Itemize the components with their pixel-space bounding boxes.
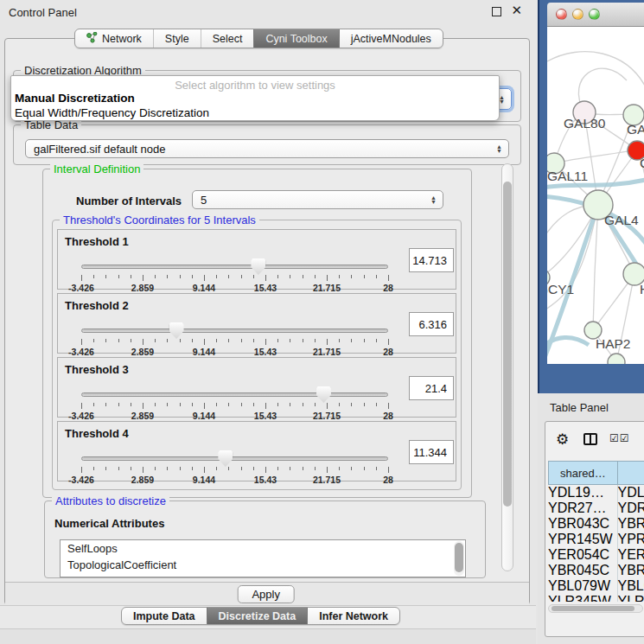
tick-mark <box>327 467 328 473</box>
zoom-traffic-light-icon[interactable] <box>589 9 600 20</box>
scrollbar-thumb[interactable] <box>503 182 512 507</box>
table-cell[interactable]: YDR2 <box>617 501 644 516</box>
tick-label: -3.426 <box>68 347 94 357</box>
float-window-icon[interactable] <box>492 7 501 16</box>
algorithm-option-manual-discretization[interactable]: Manual Discretization <box>11 92 499 106</box>
table-cell[interactable]: YBR043C <box>548 516 617 532</box>
table-cell[interactable]: YLR3 <box>617 594 644 602</box>
tab-label: Impute Data <box>133 610 195 622</box>
tab-discretize-data[interactable]: Discretize Data <box>207 608 308 624</box>
tick-mark <box>351 403 352 406</box>
split-view-icon[interactable] <box>583 433 597 445</box>
table-cell[interactable]: YPR145W <box>548 532 617 547</box>
slider-track[interactable] <box>81 328 388 333</box>
table-cell[interactable]: YDL1 <box>617 485 644 501</box>
scrollbar-thumb[interactable] <box>552 606 634 611</box>
slider-thumb[interactable] <box>218 450 233 467</box>
algorithm-placeholder-option[interactable]: Select algorithm to view settings <box>11 76 499 92</box>
threshold-slider[interactable]: -3.4262.8599.14415.4321.71528 <box>81 389 388 415</box>
tick-mark <box>167 403 168 406</box>
list-item[interactable]: BetweennessCentrality <box>61 573 465 577</box>
number-of-intervals-combobox[interactable]: 5 ▲▼ <box>192 190 443 209</box>
tab-jactivemnodules[interactable]: jActiveMNodules <box>339 29 443 48</box>
tick-mark <box>241 403 242 406</box>
tab-style[interactable]: Style <box>153 29 201 48</box>
network-node[interactable] <box>608 354 625 364</box>
slider-thumb[interactable] <box>316 386 331 403</box>
slider-track[interactable] <box>81 392 388 397</box>
network-view-window: GAL80GACGAL11GAL4GCY1HHAP2 <box>538 0 644 393</box>
table-row[interactable]: YDR27…YDR2 <box>548 501 644 516</box>
tick-mark <box>93 403 94 406</box>
table-cell[interactable]: YBL079W <box>548 578 617 594</box>
minimize-traffic-light-icon[interactable] <box>572 9 583 20</box>
table-cell[interactable]: YBR0 <box>617 516 644 532</box>
table-row[interactable]: YDL19…YDL1 <box>548 485 644 501</box>
tick-mark <box>364 339 365 342</box>
checkboxes-icon[interactable]: ☑☑ <box>609 432 630 444</box>
threshold-slider[interactable]: -3.4262.8599.14415.4321.71528 <box>81 325 388 351</box>
list-scrollbar[interactable] <box>454 541 464 576</box>
table-cell[interactable]: YER054C <box>548 547 617 563</box>
tab-bar: NetworkStyleSelectCyni ToolboxjActiveMNo… <box>74 29 443 48</box>
apply-button[interactable]: Apply <box>238 585 295 603</box>
table-row[interactable]: YBL079WYBL0 <box>548 578 644 594</box>
network-icon <box>86 32 98 46</box>
node-label: GAL11 <box>547 169 588 183</box>
tab-network[interactable]: Network <box>75 29 153 48</box>
threshold-slider[interactable]: -3.4262.8599.14415.4321.71528 <box>81 261 388 287</box>
close-icon[interactable]: ✕ <box>511 5 522 16</box>
tick-mark <box>105 403 106 406</box>
tab-select[interactable]: Select <box>201 29 254 48</box>
tick-mark <box>105 467 106 470</box>
table-row[interactable]: YBR043CYBR0 <box>548 516 644 532</box>
slider-track[interactable] <box>81 265 388 269</box>
tick-mark <box>155 467 156 470</box>
list-item[interactable]: TopologicalCoefficient <box>61 557 465 573</box>
tick-label: -3.426 <box>68 475 94 485</box>
slider-tick-labels: -3.4262.8599.14415.4321.71528 <box>81 411 388 421</box>
tab-impute-data[interactable]: Impute Data <box>122 608 207 624</box>
numerical-attributes-list[interactable]: SelfLoopsTopologicalCoefficientBetweenne… <box>60 539 466 577</box>
tab-cyni-toolbox[interactable]: Cyni Toolbox <box>253 29 338 48</box>
slider-thumb[interactable] <box>251 258 265 275</box>
table-row[interactable]: YER054CYER0 <box>548 547 644 563</box>
table-cell[interactable]: YDL19… <box>548 485 617 501</box>
table-cell[interactable]: YDR27… <box>548 501 617 516</box>
table-cell[interactable]: YLR345W <box>548 594 617 602</box>
network-window-titlebar[interactable] <box>547 3 644 27</box>
tick-mark <box>388 467 389 473</box>
tick-mark <box>327 403 328 409</box>
threshold-label: Threshold 4 <box>65 427 129 440</box>
network-canvas[interactable]: GAL80GACGAL11GAL4GCY1HHAP2 <box>547 27 644 364</box>
close-traffic-light-icon[interactable] <box>556 9 567 20</box>
table-row[interactable]: YBR045CYBR0 <box>548 563 644 578</box>
table-cell[interactable]: YER0 <box>617 547 644 563</box>
threshold-value-field[interactable]: 21.4 <box>409 376 454 400</box>
algorithm-option-equal-width-frequency-discretization[interactable]: Equal Width/Frequency Discretization <box>11 106 499 121</box>
threshold-value-field[interactable]: 11.344 <box>409 440 454 464</box>
table-data-combobox[interactable]: galFiltered.sif default node ▲▼ <box>25 139 509 158</box>
table-cell[interactable]: YPR1 <box>617 532 644 547</box>
slider-track[interactable] <box>81 456 388 461</box>
slider-thumb[interactable] <box>169 322 184 339</box>
tab-infer-network[interactable]: Infer Network <box>307 608 399 624</box>
list-item[interactable]: SelfLoops <box>61 540 465 557</box>
threshold-slider[interactable]: -3.4262.8599.14415.4321.71528 <box>81 453 388 479</box>
panel-scrollbar[interactable] <box>501 163 513 571</box>
tick-label: 28 <box>383 475 393 485</box>
table-cell[interactable]: YBR045C <box>548 563 617 578</box>
scrollbar-thumb[interactable] <box>455 543 463 572</box>
tick-label: 9.144 <box>193 475 215 485</box>
table-row[interactable]: YPR145WYPR1 <box>548 532 644 547</box>
gear-icon[interactable]: ⚙ <box>556 430 569 449</box>
table-cell[interactable]: YBR0 <box>617 563 644 578</box>
threshold-value-field[interactable]: 6.316 <box>409 312 454 336</box>
table-row[interactable]: YLR345WYLR3 <box>548 594 644 602</box>
algorithm-options: Manual DiscretizationEqual Width/Frequen… <box>11 92 499 120</box>
table-hscrollbar[interactable] <box>548 604 643 613</box>
table-cell[interactable]: YBL0 <box>617 578 644 594</box>
tick-mark <box>216 403 217 406</box>
threshold-value-field[interactable]: 14.713 <box>409 248 454 272</box>
tab-label: Select <box>213 33 243 45</box>
